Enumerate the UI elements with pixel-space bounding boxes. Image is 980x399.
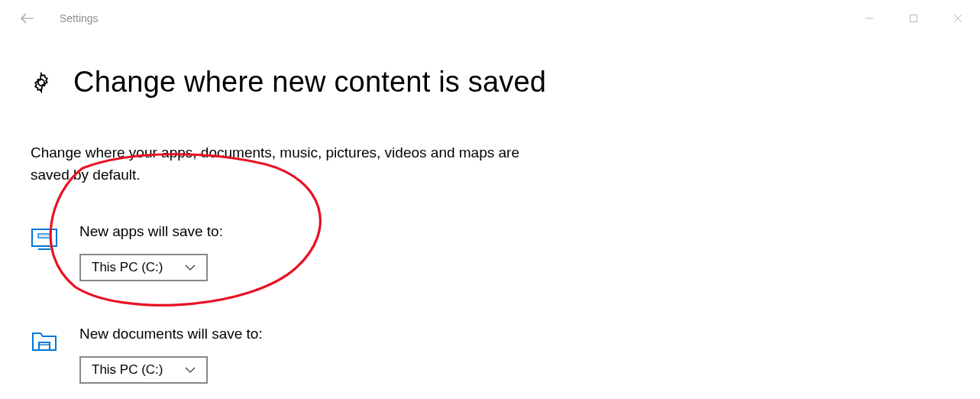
svg-point-4 xyxy=(41,235,42,236)
setting-documents-body: New documents will save to: This PC (C:) xyxy=(79,326,263,384)
setting-documents-label: New documents will save to: xyxy=(79,326,263,342)
gear-icon xyxy=(31,72,52,93)
close-button[interactable] xyxy=(936,3,980,34)
svg-rect-0 xyxy=(910,15,917,22)
documents-location-dropdown[interactable]: This PC (C:) xyxy=(79,356,208,384)
setting-documents: New documents will save to: This PC (C:) xyxy=(31,326,949,384)
svg-point-5 xyxy=(43,235,44,236)
monitor-icon xyxy=(31,225,58,252)
folder-icon xyxy=(31,327,58,355)
maximize-icon xyxy=(909,14,918,23)
apps-location-dropdown[interactable]: This PC (C:) xyxy=(79,254,208,281)
svg-point-7 xyxy=(47,235,47,236)
svg-point-6 xyxy=(45,235,46,236)
documents-location-value: This PC (C:) xyxy=(92,362,163,378)
maximize-button[interactable] xyxy=(891,3,936,34)
page-header: Change where new content is saved xyxy=(31,66,949,99)
titlebar: Settings xyxy=(0,0,980,37)
back-arrow-icon xyxy=(20,12,35,24)
back-button[interactable] xyxy=(14,5,41,32)
setting-apps: New apps will save to: This PC (C:) xyxy=(31,223,949,281)
window-controls xyxy=(847,3,980,34)
page-description: Change where your apps, documents, music… xyxy=(31,141,550,187)
minimize-icon xyxy=(865,14,874,23)
svg-point-3 xyxy=(39,235,40,236)
svg-point-8 xyxy=(48,235,49,236)
content-area: Change where new content is saved Change… xyxy=(0,37,980,384)
chevron-down-icon xyxy=(185,366,196,374)
setting-apps-label: New apps will save to: xyxy=(79,223,223,240)
chevron-down-icon xyxy=(185,264,196,271)
close-icon xyxy=(953,14,962,23)
setting-apps-body: New apps will save to: This PC (C:) xyxy=(79,223,223,281)
titlebar-left: Settings xyxy=(14,5,99,32)
app-title: Settings xyxy=(60,12,99,24)
page-title: Change where new content is saved xyxy=(73,66,546,99)
minimize-button[interactable] xyxy=(847,3,891,34)
apps-location-value: This PC (C:) xyxy=(92,260,163,275)
svg-rect-9 xyxy=(39,342,50,350)
